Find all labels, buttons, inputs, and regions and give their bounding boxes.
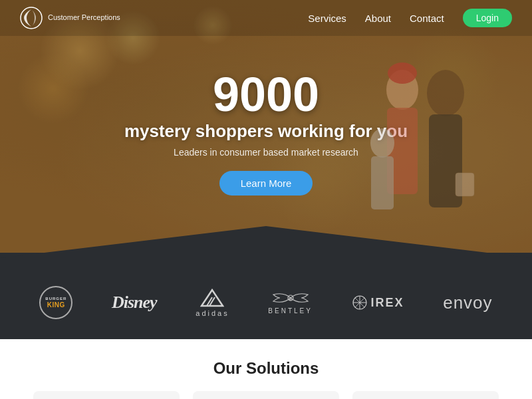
adidas-label: adidas [196, 309, 229, 317]
irex-icon [352, 295, 368, 311]
svg-line-10 [207, 297, 212, 306]
irex-label: IREX [371, 296, 404, 310]
disney-logo: Disney [112, 293, 157, 313]
svg-point-4 [388, 63, 417, 84]
hero-section: 9000 mystery shoppers working for you Le… [0, 0, 532, 253]
main-nav: Services About Contact Login [308, 9, 512, 27]
brand-disney: Disney [112, 293, 157, 313]
svg-rect-7 [371, 156, 394, 209]
site-header: Customer Perceptions Services About Cont… [0, 0, 532, 36]
logo[interactable]: Customer Perceptions [20, 7, 120, 29]
brands-band: BURGER KING Disney adidas [0, 253, 532, 339]
nav-services[interactable]: Services [308, 13, 346, 24]
bentley-logo: B BENTLEY [268, 291, 313, 315]
logo-icon [20, 7, 43, 29]
solutions-title: Our Solutions [20, 359, 512, 378]
brand-bentley: B BENTLEY [268, 291, 313, 315]
svg-line-11 [209, 297, 215, 306]
irex-logo: IREX [352, 295, 404, 311]
adidas-logo: adidas [196, 289, 229, 317]
solution-card-3 [352, 391, 499, 399]
solution-card-2: 🔍 [193, 391, 339, 399]
login-button[interactable]: Login [463, 9, 512, 27]
svg-point-6 [370, 128, 394, 158]
svg-point-0 [21, 7, 42, 29]
brand-envoy: envoy [443, 293, 492, 313]
learn-more-button[interactable]: Learn More [219, 171, 313, 196]
adidas-icon [200, 289, 224, 307]
burger-king-logo: BURGER KING [39, 286, 72, 319]
bentley-wings-icon: B [271, 291, 311, 305]
svg-point-1 [427, 70, 464, 116]
brand-adidas: adidas [196, 289, 229, 317]
nav-about[interactable]: About [365, 13, 391, 24]
logo-text: Customer Perceptions [48, 13, 120, 22]
bentley-label: BENTLEY [268, 307, 313, 315]
brand-burger-king: BURGER KING [39, 286, 72, 319]
brand-irex: IREX [352, 295, 404, 311]
solutions-section: Our Solutions 🔍 [0, 339, 532, 399]
hero-people-illustration [306, 40, 492, 239]
solutions-cards: 🔍 [20, 391, 512, 399]
svg-text:B: B [289, 297, 292, 301]
envoy-logo: envoy [443, 293, 492, 313]
nav-contact[interactable]: Contact [410, 13, 444, 24]
brands-list: BURGER KING Disney adidas [0, 286, 532, 319]
solution-card-1 [33, 391, 180, 399]
svg-rect-8 [456, 173, 474, 196]
